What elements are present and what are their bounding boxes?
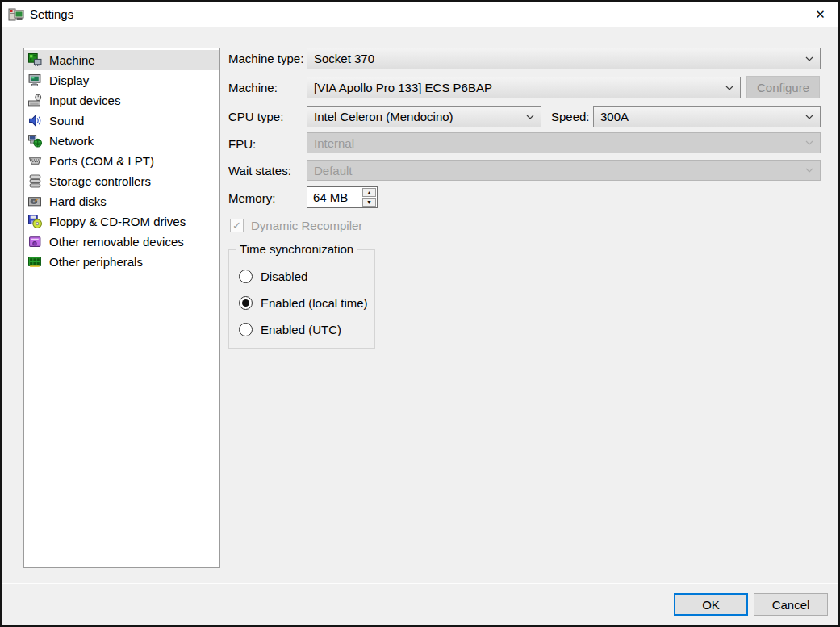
cpu-type-label: CPU type: <box>228 110 283 123</box>
cancel-button[interactable]: Cancel <box>754 593 828 616</box>
memory-spinbox[interactable]: 64 MB ▲ ▼ <box>307 186 378 208</box>
ports-icon <box>28 154 42 168</box>
sidebar-item-label: Sound <box>49 114 84 127</box>
configure-button: Configure <box>746 76 820 98</box>
sidebar-item-label: Machine <box>49 53 95 67</box>
radio-label: Disabled <box>261 270 307 283</box>
speed-value: 300A <box>600 110 629 123</box>
sidebar-item-label: Storage controllers <box>49 174 151 188</box>
machine-icon <box>28 53 42 67</box>
ok-button[interactable]: OK <box>674 593 748 616</box>
storage-controllers-icon <box>28 174 42 188</box>
sidebar-item-label: Other removable devices <box>49 235 184 249</box>
network-icon <box>28 134 42 148</box>
machine-label: Machine: <box>228 81 278 94</box>
hard-disks-icon <box>28 194 42 208</box>
chevron-down-icon <box>805 56 813 61</box>
sidebar-item-other-removable[interactable]: Other removable devices <box>24 232 219 252</box>
removable-devices-icon <box>28 235 42 249</box>
machine-type-label: Machine type: <box>228 52 303 65</box>
chevron-down-icon <box>805 168 813 173</box>
cpu-type-value: Intel Celeron (Mendocino) <box>314 110 453 123</box>
machine-type-select[interactable]: Socket 370 <box>307 48 821 69</box>
sidebar-item-label: Network <box>49 134 94 148</box>
radio-selected-icon <box>239 296 253 310</box>
speed-select[interactable]: 300A <box>593 106 821 127</box>
peripherals-icon <box>28 255 42 269</box>
fpu-value: Internal <box>314 136 354 150</box>
sidebar-item-floppy-cdrom[interactable]: Floppy & CD-ROM drives <box>24 211 219 232</box>
sidebar-item-hard-disks[interactable]: Hard disks <box>24 191 219 211</box>
wait-states-select: Default <box>307 160 821 181</box>
memory-spin-buttons: ▲ ▼ <box>361 187 377 207</box>
sidebar-item-label: Input devices <box>49 94 120 107</box>
sidebar-item-network[interactable]: Network <box>24 131 219 151</box>
sidebar-item-label: Hard disks <box>49 194 107 208</box>
radio-time-sync-local[interactable]: Enabled (local time) <box>239 296 368 310</box>
floppy-cdrom-icon <box>28 215 42 228</box>
radio-icon <box>239 323 253 336</box>
chevron-down-icon <box>805 140 813 145</box>
sound-icon <box>28 114 42 127</box>
sidebar-item-label: Other peripherals <box>49 255 143 269</box>
sidebar-item-other-peripherals[interactable]: Other peripherals <box>24 252 219 272</box>
titlebar: Settings ✕ <box>2 2 838 27</box>
machine-select[interactable]: [VIA Apollo Pro 133] ECS P6BAP <box>307 77 741 98</box>
checkbox-check-icon: ✓ <box>230 219 244 232</box>
sidebar-item-ports[interactable]: Ports (COM & LPT) <box>24 151 219 171</box>
time-sync-groupbox: Time synchronization Disabled Enabled (l… <box>228 249 375 349</box>
category-list: Machine Display <box>23 48 220 568</box>
speed-label: Speed: <box>551 110 590 123</box>
memory-label: Memory: <box>228 191 275 205</box>
input-devices-icon <box>28 94 42 107</box>
close-button[interactable]: ✕ <box>802 2 838 27</box>
machine-type-value: Socket 370 <box>314 52 374 65</box>
chevron-down-icon <box>805 115 813 119</box>
cpu-type-select[interactable]: Intel Celeron (Mendocino) <box>307 106 541 127</box>
app-icon <box>8 6 24 23</box>
spin-up-icon[interactable]: ▲ <box>362 188 376 197</box>
sidebar-item-input-devices[interactable]: Input devices <box>24 90 219 111</box>
sidebar-item-label: Floppy & CD-ROM drives <box>49 215 186 228</box>
fpu-select: Internal <box>307 132 821 153</box>
sidebar-item-storage-controllers[interactable]: Storage controllers <box>24 171 219 191</box>
radio-time-sync-disabled[interactable]: Disabled <box>239 270 307 283</box>
dynamic-recompiler-checkbox: ✓ Dynamic Recompiler <box>230 219 362 232</box>
footer-separator <box>2 583 838 584</box>
sidebar-item-machine[interactable]: Machine <box>24 50 219 70</box>
sidebar-item-label: Ports (COM & LPT) <box>49 154 154 168</box>
radio-icon <box>239 270 253 283</box>
sidebar-item-display[interactable]: Display <box>24 70 219 90</box>
spin-down-icon[interactable]: ▼ <box>362 198 376 207</box>
radio-label: Enabled (local time) <box>261 296 368 310</box>
sidebar-item-label: Display <box>49 73 89 87</box>
wait-states-value: Default <box>314 164 353 178</box>
sidebar-item-sound[interactable]: Sound <box>24 111 219 131</box>
wait-states-label: Wait states: <box>228 164 291 178</box>
radio-time-sync-utc[interactable]: Enabled (UTC) <box>239 323 341 336</box>
machine-value: [VIA Apollo Pro 133] ECS P6BAP <box>314 81 492 94</box>
window-title: Settings <box>30 7 73 21</box>
memory-value[interactable]: 64 MB <box>307 187 361 207</box>
radio-label: Enabled (UTC) <box>261 323 341 336</box>
chevron-down-icon <box>526 115 534 119</box>
display-icon <box>28 73 42 87</box>
dynamic-recompiler-label: Dynamic Recompiler <box>251 219 362 232</box>
settings-dialog: Settings ✕ Machine <box>0 0 840 627</box>
fpu-label: FPU: <box>228 137 256 151</box>
time-sync-title: Time synchronization <box>236 242 357 256</box>
chevron-down-icon <box>725 86 733 90</box>
